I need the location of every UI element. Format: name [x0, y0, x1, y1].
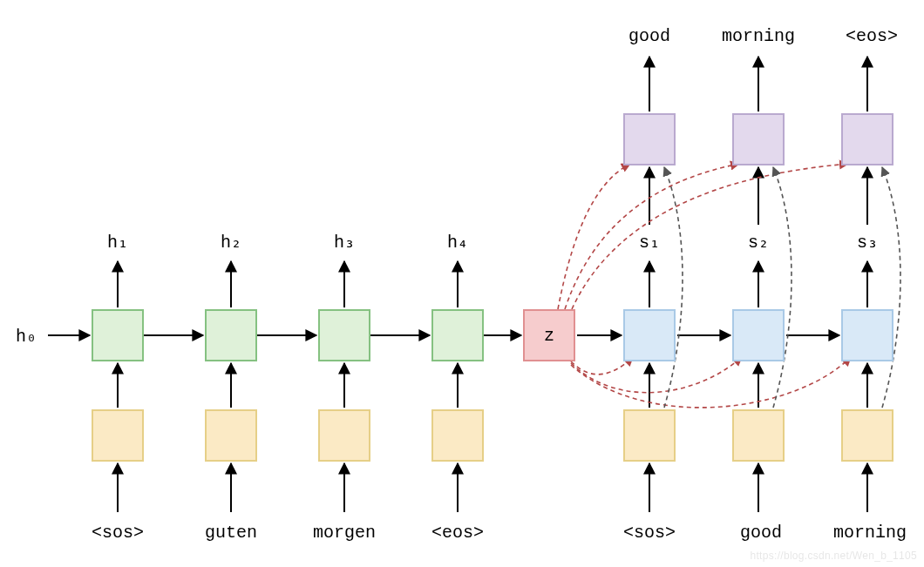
h1-label: h₁ — [100, 231, 135, 253]
output-layer-3 — [841, 113, 893, 165]
encoder-cell-1 — [92, 309, 144, 361]
encoder-input-2: guten — [196, 523, 266, 543]
context-label: z — [544, 326, 554, 346]
encoder-cell-2 — [205, 309, 257, 361]
seq2seq-diagram: { "h0": "h₀", "encoder": { "hidden_label… — [0, 0, 924, 567]
decoder-embed-3 — [841, 409, 893, 462]
decoder-input-2: good — [722, 523, 800, 543]
encoder-input-1: <sos> — [83, 523, 153, 543]
s2-label: s₂ — [741, 231, 776, 253]
encoder-embed-4 — [431, 409, 484, 462]
h2-label: h₂ — [214, 231, 248, 253]
s1-label: s₁ — [632, 231, 667, 253]
s3-label: s₃ — [850, 231, 885, 253]
arrows-layer — [0, 0, 924, 567]
encoder-embed-1 — [92, 409, 144, 462]
decoder-embed-2 — [732, 409, 785, 462]
output-layer-2 — [732, 113, 785, 165]
encoder-cell-3 — [318, 309, 370, 361]
decoder-cell-3 — [841, 309, 893, 361]
encoder-embed-2 — [205, 409, 257, 462]
h0-label: h₀ — [9, 325, 44, 347]
decoder-cell-2 — [732, 309, 785, 361]
decoder-output-3: <eos> — [832, 26, 911, 46]
decoder-output-2: morning — [715, 26, 802, 46]
encoder-input-3: morgen — [309, 523, 379, 543]
encoder-cell-4 — [431, 309, 484, 361]
decoder-output-1: good — [610, 26, 689, 46]
h4-label: h₄ — [440, 231, 475, 253]
encoder-embed-3 — [318, 409, 370, 462]
decoder-input-1: <sos> — [610, 523, 689, 543]
output-layer-1 — [623, 113, 676, 165]
encoder-input-4: <eos> — [423, 523, 493, 543]
h3-label: h₃ — [327, 231, 362, 253]
decoder-cell-1 — [623, 309, 676, 361]
watermark: https://blog.csdn.net/Wen_b_1105 — [750, 550, 917, 562]
decoder-embed-1 — [623, 409, 676, 462]
decoder-input-3: morning — [826, 523, 914, 543]
context-cell: z — [523, 309, 575, 361]
